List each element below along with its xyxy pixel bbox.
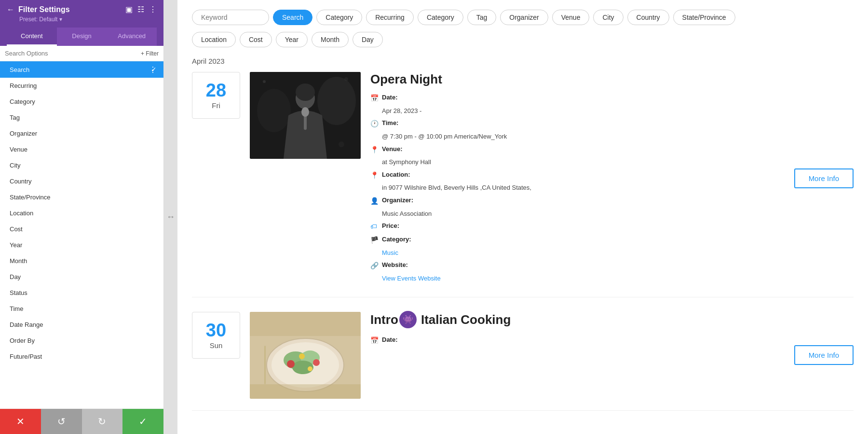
option-state-province[interactable]: State/Province — [0, 189, 163, 205]
pill-location[interactable]: Location — [192, 32, 236, 47]
pill-cost[interactable]: Cost — [240, 32, 272, 47]
meta-category-row: 🏴 Category: — [370, 234, 785, 247]
pill-day[interactable]: Day — [353, 32, 383, 47]
option-label: Category — [10, 98, 35, 105]
layout-icon[interactable]: ☷ — [137, 5, 144, 14]
category-label: Category: — [382, 234, 411, 246]
panel-tabs: Content Design Advanced — [7, 28, 157, 46]
pill-tag[interactable]: Tag — [467, 10, 497, 25]
svg-rect-23 — [250, 384, 361, 399]
svg-rect-20 — [264, 346, 266, 384]
option-country[interactable]: Country — [0, 173, 163, 189]
calendar-icon: 📅 — [370, 92, 379, 105]
option-organizer[interactable]: Organizer — [0, 126, 163, 141]
more-options-icon[interactable]: ⋮ — [149, 5, 157, 14]
pill-organizer[interactable]: Organizer — [500, 10, 548, 25]
options-list: Search ✓ ⋮ Recurring Category Tag Organi… — [0, 61, 163, 408]
pill-recurring[interactable]: Recurring — [366, 10, 414, 25]
price-icon: 🏷 — [370, 220, 379, 233]
price-label: Price: — [382, 220, 399, 232]
event-meta-cooking: 📅 Date: — [370, 334, 785, 347]
pill-category-1[interactable]: Category — [316, 10, 362, 25]
drag-handle[interactable]: ↔ — [164, 0, 177, 434]
more-info-button-cooking[interactable]: More Info — [794, 345, 854, 365]
keyword-input[interactable] — [192, 10, 269, 25]
redo-button[interactable]: ↻ — [82, 409, 123, 434]
option-date-range[interactable]: Date Range — [0, 317, 163, 333]
option-search[interactable]: Search ✓ ⋮ — [0, 61, 163, 78]
settings-icon[interactable]: ▣ — [125, 5, 133, 14]
svg-point-9 — [339, 141, 344, 147]
venue-icon: 📍 — [370, 143, 379, 156]
clock-icon: 🕐 — [370, 117, 379, 130]
option-order-by[interactable]: Order By — [0, 333, 163, 349]
drag-arrows-icon: ↔ — [166, 212, 175, 222]
confirm-button[interactable]: ✓ — [122, 409, 163, 434]
left-panel: ← Filter Settings ▣ ☷ ⋮ Preset: Default … — [0, 0, 164, 434]
pill-year[interactable]: Year — [276, 32, 308, 47]
option-category[interactable]: Category — [0, 94, 163, 110]
event-title: Opera Night — [370, 72, 785, 87]
back-arrow-icon[interactable]: ← — [7, 5, 14, 14]
option-label: Date Range — [10, 321, 43, 328]
event-date-day: Fri — [212, 101, 220, 110]
option-future-past[interactable]: Future/Past — [0, 349, 163, 364]
location-value: in 9077 Wilshire Blvd, Beverly Hills ,CA… — [382, 182, 531, 194]
pill-month[interactable]: Month — [312, 32, 349, 47]
option-label: Recurring — [10, 82, 37, 89]
option-time[interactable]: Time — [0, 301, 163, 317]
option-location[interactable]: Location — [0, 205, 163, 221]
meta-category-value-row: Music — [370, 247, 785, 259]
search-options-input[interactable] — [5, 50, 141, 57]
tab-content[interactable]: Content — [7, 28, 57, 46]
meta-date-row: 📅 Date: — [370, 92, 785, 105]
pill-city[interactable]: City — [593, 10, 623, 25]
panel-title: Filter Settings — [18, 5, 70, 14]
option-status[interactable]: Status — [0, 285, 163, 301]
time-value: @ 7:30 pm - @ 10:00 pm America/New_York — [382, 131, 507, 143]
option-recurring[interactable]: Recurring — [0, 78, 163, 94]
option-day[interactable]: Day — [0, 269, 163, 285]
option-label: Organizer — [10, 130, 37, 137]
svg-point-5 — [301, 107, 309, 117]
option-city[interactable]: City — [0, 157, 163, 173]
meta-price-row: 🏷 Price: — [370, 220, 785, 233]
svg-rect-22 — [250, 312, 361, 336]
pill-venue[interactable]: Venue — [552, 10, 590, 25]
more-info-button-opera[interactable]: More Info — [794, 168, 854, 188]
event-date-number: 28 — [206, 81, 226, 99]
option-tag[interactable]: Tag — [0, 110, 163, 126]
option-year[interactable]: Year — [0, 237, 163, 253]
option-cost[interactable]: Cost — [0, 221, 163, 237]
cancel-button[interactable]: ✕ — [0, 409, 41, 434]
panel-header: ← Filter Settings ▣ ☷ ⋮ Preset: Default … — [0, 0, 163, 46]
undo-button[interactable]: ↺ — [41, 409, 82, 434]
option-month[interactable]: Month — [0, 253, 163, 269]
option-label: State/Province — [10, 194, 51, 201]
option-label: Country — [10, 178, 32, 185]
option-label: Tag — [10, 114, 20, 121]
event-meta: 📅 Date: Apr 28, 2023 - 🕐 Time: @ 7:30 pm… — [370, 92, 785, 285]
tab-advanced[interactable]: Advanced — [107, 28, 157, 46]
panel-title-row: ← Filter Settings — [7, 5, 70, 14]
option-venue[interactable]: Venue — [0, 141, 163, 157]
meta-location-row: 📍 Location: — [370, 169, 785, 182]
pill-state-province[interactable]: State/Province — [673, 10, 735, 25]
tab-design[interactable]: Design — [57, 28, 107, 46]
pill-search[interactable]: Search — [273, 10, 312, 25]
panel-header-top: ← Filter Settings ▣ ☷ ⋮ — [7, 5, 157, 14]
filter-button[interactable]: + Filter — [141, 50, 159, 57]
panel-preset[interactable]: Preset: Default ▾ — [7, 14, 157, 28]
category-link[interactable]: Music — [382, 247, 398, 259]
event-card-cooking: 30 Sun — [192, 312, 854, 411]
event-date-box-cooking: 30 Sun — [192, 312, 240, 359]
option-dots-icon[interactable]: ⋮ — [149, 65, 157, 74]
organizer-label: Organizer: — [382, 195, 413, 207]
website-link[interactable]: View Events Website — [382, 273, 441, 285]
organizer-value: Music Association — [382, 208, 432, 220]
meta-organizer-value-row: Music Association — [370, 208, 785, 220]
pill-category-2[interactable]: Category — [418, 10, 463, 25]
option-label: Venue — [10, 146, 27, 153]
event-date-number-cooking: 30 — [206, 321, 226, 339]
pill-country[interactable]: Country — [627, 10, 669, 25]
